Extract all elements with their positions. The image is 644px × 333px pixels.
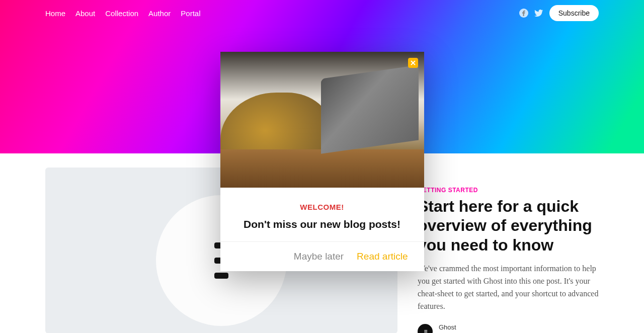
close-icon bbox=[411, 60, 416, 65]
modal-title: Don't miss our new blog posts! bbox=[232, 218, 412, 230]
modal-overlay: WELCOME! Don't miss our new blog posts! … bbox=[0, 0, 644, 333]
close-button[interactable] bbox=[408, 58, 418, 68]
modal-body: WELCOME! Don't miss our new blog posts! bbox=[220, 188, 424, 241]
modal-hero-image bbox=[220, 52, 424, 188]
welcome-modal: WELCOME! Don't miss our new blog posts! … bbox=[220, 52, 424, 271]
modal-actions: Maybe later Read article bbox=[220, 241, 424, 271]
modal-kicker: WELCOME! bbox=[232, 203, 412, 211]
maybe-later-button[interactable]: Maybe later bbox=[294, 251, 344, 262]
read-article-button[interactable]: Read article bbox=[357, 251, 408, 262]
